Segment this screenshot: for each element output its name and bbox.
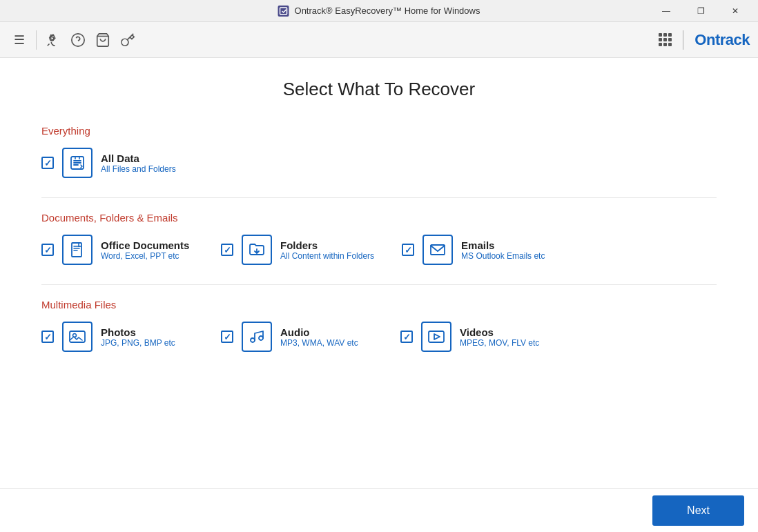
svg-point-9	[251, 338, 255, 342]
item-photos-name: Photos	[101, 326, 175, 338]
icon-photos	[62, 322, 93, 352]
checkbox-emails[interactable]: ✓	[402, 244, 414, 256]
main-content: Select What To Recover Everything ✓	[0, 58, 758, 488]
icon-audio	[242, 322, 272, 352]
documents-items-row: ✓ Office Documents Word, Excel, PPT etc	[41, 235, 717, 265]
ontrack-logo: Ontrack	[694, 31, 750, 49]
item-folders-desc: All Content within Folders	[280, 251, 374, 261]
icon-office-documents	[62, 235, 93, 265]
microscope-icon[interactable]	[42, 29, 64, 51]
separator-2	[41, 284, 717, 285]
item-photos: ✓ Photos JPG, PNG, BMP etc	[41, 322, 193, 352]
next-button[interactable]: Next	[652, 495, 744, 526]
toolbar: ☰ Ontrack	[0, 22, 758, 58]
toolbar-divider-1	[36, 30, 37, 50]
title-bar-title: Ontrack® EasyRecovery™ Home for Windows	[278, 6, 480, 17]
item-emails-name: Emails	[461, 239, 545, 251]
item-videos-name: Videos	[460, 326, 539, 338]
svg-point-10	[259, 336, 263, 340]
section-multimedia-label: Multimedia Files	[41, 299, 717, 311]
page-title: Select What To Recover	[41, 79, 717, 100]
svg-rect-5	[72, 243, 81, 257]
item-office-docs-name: Office Documents	[101, 239, 189, 251]
item-emails-desc: MS Outlook Emails etc	[461, 251, 545, 261]
section-documents: Documents, Folders & Emails ✓ Office Doc…	[41, 212, 717, 265]
section-everything: Everything ✓ All Data All Files	[41, 125, 717, 178]
item-all-data-desc: All Files and Folders	[101, 164, 176, 174]
item-office-documents: ✓ Office Documents Word, Excel, PPT etc	[41, 235, 193, 265]
item-emails: ✓ Emails MS Outlook Emails etc	[402, 235, 554, 265]
restore-button[interactable]: ❐	[685, 0, 717, 22]
grid-dots-icon[interactable]	[659, 33, 672, 46]
menu-icon[interactable]: ☰	[8, 29, 30, 51]
item-folders-name: Folders	[280, 239, 374, 251]
separator-1	[41, 197, 717, 198]
item-photos-desc: JPG, PNG, BMP etc	[101, 338, 175, 348]
multimedia-items-row: ✓ Photos JPG, PNG, BMP etc ✓	[41, 322, 717, 352]
footer: Next	[0, 488, 758, 532]
checkbox-office-docs[interactable]: ✓	[41, 244, 54, 256]
item-audio-name: Audio	[280, 326, 358, 338]
svg-marker-12	[434, 334, 440, 339]
item-videos: ✓ Videos MPEG, MOV, FLV etc	[400, 322, 552, 352]
svg-rect-11	[429, 331, 444, 342]
everything-items-row: ✓ All Data All Files and Folders	[41, 148, 717, 178]
checkbox-audio[interactable]: ✓	[221, 331, 233, 343]
checkbox-folders[interactable]: ✓	[221, 244, 233, 256]
checkbox-videos[interactable]: ✓	[400, 331, 413, 343]
icon-folders	[242, 235, 272, 265]
key-icon[interactable]	[117, 29, 139, 51]
item-office-docs-desc: Word, Excel, PPT etc	[101, 251, 189, 261]
svg-rect-0	[280, 8, 287, 14]
item-all-data-name: All Data	[101, 152, 176, 164]
item-videos-desc: MPEG, MOV, FLV etc	[460, 338, 539, 348]
logo-divider	[683, 30, 683, 50]
item-audio: ✓ Audio MP3, WMA, WAV etc	[221, 322, 373, 352]
section-documents-label: Documents, Folders & Emails	[41, 212, 717, 224]
minimize-button[interactable]: —	[650, 0, 682, 22]
window-controls: — ❐ ✕	[650, 0, 751, 22]
item-all-data: ✓ All Data All Files and Folders	[41, 148, 193, 178]
item-folders: ✓ Folders All Content within Folders	[221, 235, 374, 265]
cart-icon[interactable]	[92, 29, 114, 51]
icon-videos	[421, 322, 451, 352]
icon-all-data	[62, 148, 93, 178]
title-bar: Ontrack® EasyRecovery™ Home for Windows …	[0, 0, 758, 22]
svg-point-2	[72, 33, 84, 46]
item-audio-desc: MP3, WMA, WAV etc	[280, 338, 358, 348]
section-everything-label: Everything	[41, 125, 717, 137]
app-icon	[278, 6, 289, 17]
checkbox-photos[interactable]: ✓	[41, 331, 54, 343]
section-multimedia: Multimedia Files ✓ Photos JPG, PNG, BMP …	[41, 299, 717, 352]
svg-rect-6	[431, 245, 445, 255]
close-button[interactable]: ✕	[719, 0, 751, 22]
icon-emails	[422, 235, 453, 265]
help-icon[interactable]	[67, 29, 89, 51]
checkbox-all-data[interactable]: ✓	[41, 157, 54, 169]
svg-rect-7	[70, 331, 85, 342]
toolbar-right: Ontrack	[659, 30, 750, 50]
